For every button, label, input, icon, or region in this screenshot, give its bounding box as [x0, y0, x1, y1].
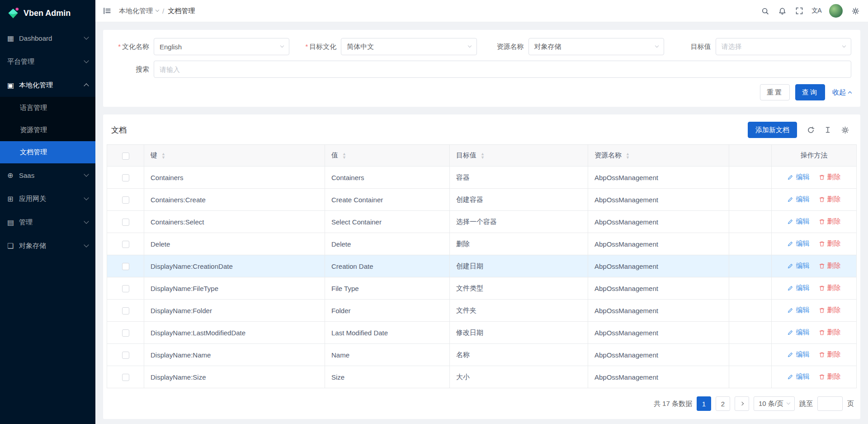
sidebar-subitem[interactable]: 资源管理: [0, 119, 95, 141]
sidebar-item[interactable]: ▣ 本地化管理: [0, 73, 95, 97]
row-height-icon[interactable]: [821, 123, 835, 137]
row-checkbox[interactable]: [122, 285, 129, 292]
sidebar-subitem[interactable]: 语言管理: [0, 97, 95, 119]
breadcrumb-item[interactable]: 本地化管理: [119, 7, 159, 15]
row-checkbox[interactable]: [122, 263, 129, 270]
edit-button[interactable]: 编辑: [787, 262, 809, 270]
sidebar-item[interactable]: ⊞ 应用网关: [0, 187, 95, 210]
delete-button[interactable]: 删除: [819, 262, 841, 270]
page-button-1[interactable]: 1: [697, 396, 711, 411]
trash-icon: [819, 329, 825, 336]
delete-label: 删除: [827, 350, 841, 359]
edit-button[interactable]: 编辑: [787, 239, 809, 248]
edit-button[interactable]: 编辑: [787, 306, 809, 314]
reset-button[interactable]: 重置: [760, 84, 790, 100]
collapse-link[interactable]: 收起: [832, 88, 851, 97]
cell-target: 修改日期: [450, 322, 588, 344]
edit-button[interactable]: 编辑: [787, 217, 809, 226]
culture-select[interactable]: English: [154, 38, 289, 55]
table-row[interactable]: Containers:Select Select Container 选择一个容…: [107, 211, 857, 233]
language-icon[interactable]: 文A: [808, 3, 825, 19]
delete-button[interactable]: 删除: [819, 372, 841, 381]
sidebar-item[interactable]: ⊕ Saas: [0, 163, 95, 187]
sidebar-item[interactable]: ❏ 对象存储: [0, 234, 95, 257]
jump-input[interactable]: [817, 396, 843, 411]
spacer-cell: [729, 211, 772, 233]
delete-button[interactable]: 删除: [819, 328, 841, 337]
query-button[interactable]: 查询: [795, 84, 825, 100]
sidebar-subitem[interactable]: 文档管理: [0, 141, 95, 163]
sidebar-fold-icon[interactable]: [99, 3, 115, 19]
resource-select[interactable]: 对象存储: [528, 38, 664, 55]
row-checkbox[interactable]: [122, 196, 129, 204]
edit-button[interactable]: 编辑: [787, 372, 809, 381]
table-row[interactable]: DisplayName:Folder Folder 文件夹 AbpOssMana…: [107, 300, 857, 322]
edit-pencil-icon: [787, 374, 793, 380]
table-row[interactable]: DisplayName:Size Size 大小 AbpOssManagemen…: [107, 366, 857, 388]
sort-icons[interactable]: ▲▼: [626, 152, 630, 159]
avatar[interactable]: [829, 4, 843, 18]
delete-button[interactable]: 删除: [819, 239, 841, 248]
delete-button[interactable]: 删除: [819, 306, 841, 314]
cell-value: Folder: [325, 300, 450, 322]
sidebar-item[interactable]: ▦ Dashboard: [0, 26, 95, 50]
search-input[interactable]: [154, 61, 851, 78]
table-row[interactable]: Containers Containers 容器 AbpOssManagemen…: [107, 167, 857, 189]
target-value-select[interactable]: 请选择: [716, 38, 851, 55]
sidebar-item[interactable]: ▤ 管理: [0, 210, 95, 234]
delete-button[interactable]: 删除: [819, 195, 841, 204]
row-checkbox[interactable]: [122, 241, 129, 248]
page-size-select[interactable]: 10 条/页: [754, 396, 795, 411]
sort-icons[interactable]: ▲▼: [161, 152, 165, 159]
delete-button[interactable]: 删除: [819, 284, 841, 292]
cell-key: DisplayName:Name: [144, 344, 325, 366]
edit-button[interactable]: 编辑: [787, 195, 809, 204]
row-checkbox[interactable]: [122, 352, 129, 359]
table-row[interactable]: DisplayName:FileType File Type 文件类型 AbpO…: [107, 277, 857, 300]
notification-icon[interactable]: [774, 3, 790, 19]
table-body: Containers Containers 容器 AbpOssManagemen…: [107, 167, 857, 388]
submenu: 语言管理 资源管理 文档管理: [0, 97, 95, 163]
cell-key: DisplayName:Size: [144, 366, 325, 388]
page-button-2[interactable]: 2: [716, 396, 730, 411]
settings-icon[interactable]: [847, 3, 863, 19]
search-icon[interactable]: [757, 3, 773, 19]
sort-icons[interactable]: ▲▼: [481, 152, 485, 159]
trash-icon: [819, 219, 825, 225]
culture-label: *文化名称: [112, 43, 154, 51]
filter-panel: *文化名称 English *目标文化 简体中文 资源名称: [103, 30, 860, 107]
sort-icons[interactable]: ▲▼: [342, 152, 346, 159]
table-settings-icon[interactable]: [838, 123, 852, 137]
edit-label: 编辑: [796, 173, 809, 181]
table-row[interactable]: DisplayName:LastModifiedDate Last Modifi…: [107, 322, 857, 344]
sidebar-item[interactable]: 平台管理: [0, 50, 95, 73]
row-checkbox[interactable]: [122, 329, 129, 337]
documents-panel: 文档 添加新文档: [103, 114, 860, 419]
table-row[interactable]: Containers:Create Create Container 创建容器 …: [107, 189, 857, 211]
delete-button[interactable]: 删除: [819, 350, 841, 359]
row-checkbox[interactable]: [122, 174, 129, 181]
row-checkbox[interactable]: [122, 219, 129, 226]
delete-button[interactable]: 删除: [819, 173, 841, 181]
table-row[interactable]: DisplayName:Name Name 名称 AbpOssManagemen…: [107, 344, 857, 366]
edit-button[interactable]: 编辑: [787, 284, 809, 292]
add-document-button[interactable]: 添加新文档: [748, 122, 797, 138]
fullscreen-icon[interactable]: [791, 3, 807, 19]
edit-button[interactable]: 编辑: [787, 328, 809, 337]
table-row[interactable]: DisplayName:CreationDate Creation Date 创…: [107, 255, 857, 277]
edit-button[interactable]: 编辑: [787, 173, 809, 181]
select-all-checkbox[interactable]: [122, 152, 129, 160]
spacer-cell: [729, 366, 772, 388]
edit-label: 编辑: [796, 284, 809, 292]
app-logo[interactable]: Vben Admin: [0, 0, 95, 26]
next-page-button[interactable]: [735, 396, 749, 411]
target-culture-select[interactable]: 简体中文: [341, 38, 476, 55]
dashboard-icon: ▦: [7, 34, 19, 43]
edit-button[interactable]: 编辑: [787, 350, 809, 359]
refresh-icon[interactable]: [803, 123, 818, 137]
row-checkbox[interactable]: [122, 374, 129, 381]
delete-button[interactable]: 删除: [819, 217, 841, 226]
row-checkbox[interactable]: [122, 307, 129, 314]
table-row[interactable]: Delete Delete 删除 AbpOssManagement 编辑 删除: [107, 233, 857, 255]
oss-icon: ❏: [7, 242, 19, 250]
